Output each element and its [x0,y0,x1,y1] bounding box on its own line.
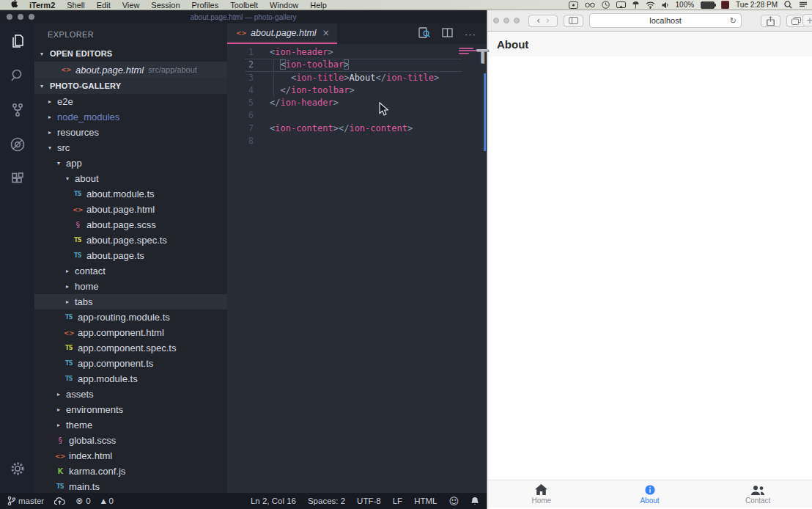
tree-folder-home[interactable]: ▸home [34,279,227,294]
more-actions-icon[interactable]: ··· [465,29,476,40]
apple-menu-icon[interactable] [4,0,23,10]
tree-file-app.component.spec.ts[interactable]: TSapp.component.spec.ts [34,340,227,356]
language-mode[interactable]: HTML [414,497,437,505]
menu-profiles[interactable]: Profiles [186,0,225,10]
vscode-statusbar: master ⊗ 0 ▲ 0 Ln 2, Col 16 Spaces: 2 UT… [0,493,487,509]
scrollbar-decoration[interactable] [484,73,486,151]
tree-file-about.page.spec.ts[interactable]: TSabout.page.spec.ts [34,232,227,248]
tree-folder-about[interactable]: ▾about [34,171,227,186]
tree-folder-resources[interactable]: ▸resources [34,125,227,140]
display-mirror-icon[interactable] [616,1,626,9]
address-bar[interactable]: localhost ↻ [589,13,742,28]
tree-file-index.html[interactable]: <>index.html [34,448,227,464]
code-line-3[interactable]: 3 <ion-title>About</ion-title> [227,72,487,84]
tree-file-app.component.ts[interactable]: TSapp.component.ts [34,356,227,371]
tree-file-app.component.html[interactable]: <>app.component.html [34,325,227,340]
menu-view[interactable]: View [117,0,146,10]
tree-folder-e2e[interactable]: ▸e2e [34,94,227,109]
problems-warnings[interactable]: ▲ 0 [101,497,114,505]
tree-file-about.module.ts[interactable]: TSabout.module.ts [34,186,227,202]
umbrella-icon[interactable] [632,1,639,9]
forward-button[interactable]: › [546,15,550,26]
tree-file-about.page.html[interactable]: <>about.page.html [34,202,227,217]
tree-folder-theme[interactable]: ▸theme [34,417,227,433]
zoom-window-icon[interactable] [29,14,34,20]
tree-folder-node_modules[interactable]: ▸node_modules [34,109,227,125]
menu-help[interactable]: Help [304,0,333,10]
code-line-6[interactable]: 6 [227,109,487,122]
code-line-5[interactable]: 5</ion-header> [227,97,487,109]
code-line-2[interactable]: 2 <ion-toolbar> [227,59,487,71]
problems-errors[interactable]: ⊗ 0 [75,496,90,506]
spotlight-icon[interactable] [784,1,792,9]
menu-session[interactable]: Session [145,0,185,10]
feedback-smiley-icon[interactable]: ☺ [449,496,459,507]
menu-shell[interactable]: Shell [61,0,90,10]
app-status-badge-icon[interactable] [721,1,729,9]
extensions-view-icon[interactable] [0,161,34,196]
debug-view-icon[interactable] [0,127,34,161]
tree-folder-app[interactable]: ▾app [34,155,227,171]
code-line-8[interactable]: 8 [227,135,487,147]
menu-edit[interactable]: Edit [91,0,117,10]
code-editor[interactable]: 1<ion-header>2 <ion-toolbar>3 <ion-title… [227,44,487,493]
git-branch-indicator[interactable]: master [7,496,44,506]
reload-icon[interactable]: ↻ [730,16,737,26]
back-button[interactable]: ‹ [536,15,540,26]
open-preview-icon[interactable] [418,27,430,41]
sidebar-toggle-button[interactable] [564,15,583,27]
indentation-setting[interactable]: Spaces: 2 [308,497,345,505]
tree-file-main.ts[interactable]: TSmain.ts [34,479,227,493]
cursor-position[interactable]: Ln 2, Col 16 [251,497,296,505]
tab-about-page-html[interactable]: <> about.page.html × [227,23,337,44]
zoom-window-icon[interactable] [514,18,520,23]
tree-folder-assets[interactable]: ▸assets [34,387,227,402]
tab-about[interactable]: About [596,480,704,508]
tree-folder-src[interactable]: ▾src [34,140,227,155]
notification-center-icon[interactable] [799,1,808,9]
tree-file-karma.conf.js[interactable]: Kkarma.conf.js [34,464,227,479]
code-line-7[interactable]: 7<ion-content></ion-content> [227,122,487,135]
tab-home[interactable]: Home [487,480,596,508]
vscode-titlebar[interactable]: about.page.html — photo-gallery [0,10,487,23]
close-window-icon[interactable] [493,18,499,23]
search-view-icon[interactable] [0,58,34,92]
open-editor-item[interactable]: <> about.page.html src/app/about [34,62,227,78]
tree-folder-tabs[interactable]: ▸tabs [34,294,227,310]
tree-file-about.page.scss[interactable]: §about.page.scss [34,217,227,232]
menubar-clock[interactable]: Tue 2:28 PM [736,1,778,9]
tab-contact[interactable]: Contact [704,480,812,508]
tree-file-app-routing.module.ts[interactable]: TSapp-routing.module.ts [34,310,227,325]
notifications-bell[interactable] [470,497,479,506]
tree-folder-environments[interactable]: ▸environments [34,402,227,417]
tree-file-global.scss[interactable]: §global.scss [34,433,227,448]
settings-gear-icon[interactable] [0,451,34,486]
wifi-icon[interactable] [646,1,655,9]
open-editors-section[interactable]: ▾ OPEN EDITORS [34,45,227,62]
source-control-view-icon[interactable] [0,92,34,127]
code-line-4[interactable]: 4 </ion-toolbar> [227,84,487,97]
tree-file-app.module.ts[interactable]: TSapp.module.ts [34,371,227,387]
code-line-1[interactable]: 1<ion-header> [227,46,487,59]
explorer-view-icon[interactable] [0,23,34,58]
tree-file-about.page.ts[interactable]: TSabout.page.ts [34,248,227,263]
eol-setting[interactable]: LF [393,497,402,505]
project-section-header[interactable]: ▾ PHOTO-GALLERY [34,78,227,94]
share-button[interactable] [761,15,780,27]
encoding-setting[interactable]: UTF-8 [357,497,381,505]
glasses-icon[interactable] [585,2,595,8]
volume-icon[interactable] [662,1,669,9]
menu-window[interactable]: Window [264,0,304,10]
screen-record-icon[interactable] [569,1,578,9]
minimize-window-icon[interactable] [503,18,509,23]
menu-iterm2[interactable]: iTerm2 [23,0,61,10]
new-tab-button[interactable]: + [802,14,812,26]
sync-publish-button[interactable] [54,497,65,505]
close-tab-icon[interactable]: × [322,28,330,38]
split-editor-icon[interactable] [442,27,453,40]
timer-icon[interactable] [602,1,610,9]
minimize-window-icon[interactable] [18,14,23,20]
menu-toolbelt[interactable]: Toolbelt [224,0,264,10]
tree-folder-contact[interactable]: ▸contact [34,263,227,279]
close-window-icon[interactable] [7,14,12,20]
